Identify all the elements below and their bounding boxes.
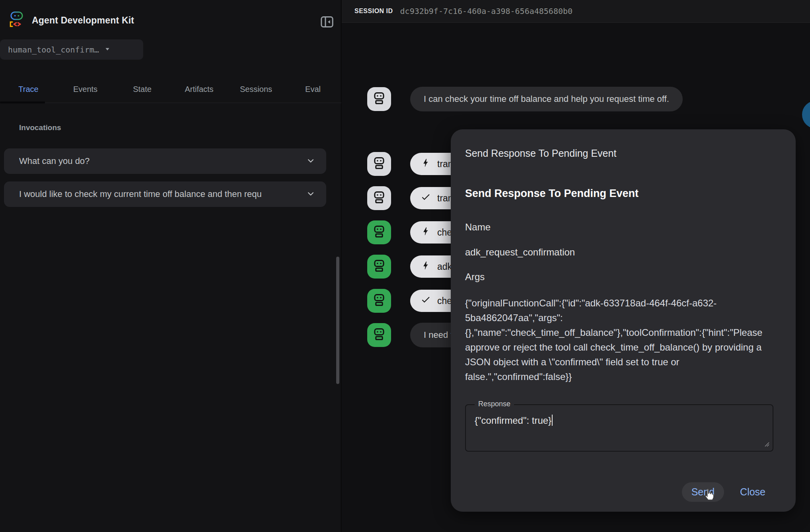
tool-call-label: che bbox=[437, 296, 452, 306]
agent-avatar bbox=[367, 220, 391, 244]
tab-sessions[interactable]: Sessions bbox=[228, 76, 284, 103]
response-field-label: Response bbox=[475, 400, 514, 408]
response-field: Response {"confirmed": true} bbox=[465, 404, 773, 452]
robot-icon bbox=[372, 156, 387, 172]
chat-message-row: I can check your time off balance and he… bbox=[367, 87, 810, 111]
tool-call-label: adk bbox=[437, 261, 452, 272]
name-value: adk_request_confirmation bbox=[465, 247, 575, 258]
page-title: Agent Development Kit bbox=[32, 15, 134, 26]
invocation-item[interactable]: What can you do? bbox=[4, 148, 326, 174]
sidebar-header: Agent Development Kit bbox=[0, 0, 341, 40]
text-caret bbox=[552, 415, 553, 426]
tab-state[interactable]: State bbox=[114, 76, 171, 103]
check-icon bbox=[421, 294, 431, 307]
invocation-text: What can you do? bbox=[19, 156, 300, 166]
tab-eval[interactable]: Eval bbox=[284, 76, 341, 103]
check-icon bbox=[421, 192, 431, 205]
robot-icon bbox=[372, 190, 387, 207]
agent-avatar bbox=[367, 323, 391, 347]
response-textarea[interactable]: {"confirmed": true} bbox=[475, 415, 761, 426]
pending-event-dialog: Send Response To Pending Event Send Resp… bbox=[451, 129, 796, 512]
agent-avatar bbox=[367, 186, 391, 210]
resize-handle-icon[interactable] bbox=[764, 441, 769, 448]
bolt-icon bbox=[421, 226, 431, 239]
name-label: Name bbox=[465, 222, 491, 233]
app-root: Agent Development Kit human_tool_confirm… bbox=[0, 0, 810, 532]
tool-call-label: che bbox=[437, 227, 452, 238]
sidebar: Agent Development Kit human_tool_confirm… bbox=[0, 0, 341, 532]
active-tab-indicator bbox=[0, 101, 45, 103]
message-text: I need t bbox=[424, 330, 453, 340]
agent-avatar bbox=[367, 152, 391, 176]
robot-icon bbox=[372, 224, 387, 241]
close-button[interactable]: Close bbox=[730, 482, 775, 502]
invocation-text: I would like to check my current time of… bbox=[19, 189, 300, 199]
session-id-bar: SESSION ID dc932b9f-7c16-460a-a398-656a4… bbox=[342, 0, 810, 23]
chevron-down-icon bbox=[300, 156, 316, 167]
tab-trace[interactable]: Trace bbox=[0, 76, 57, 103]
dialog-actions: Send Close bbox=[682, 482, 775, 502]
robot-icon bbox=[372, 91, 387, 107]
tab-artifacts[interactable]: Artifacts bbox=[171, 76, 228, 103]
dialog-title: Send Response To Pending Event bbox=[465, 148, 616, 159]
chevron-down-icon bbox=[300, 189, 316, 200]
robot-icon bbox=[372, 258, 387, 275]
args-label: Args bbox=[465, 271, 485, 283]
invocations-section-title: Invocations bbox=[19, 123, 61, 132]
agent-avatar bbox=[367, 255, 391, 279]
invocations-list: What can you do? I would like to check m… bbox=[4, 148, 326, 207]
collapse-panel-icon bbox=[319, 25, 335, 31]
session-id-value: dc932b9f-7c16-460a-a398-656a485680b0 bbox=[400, 6, 572, 16]
args-value: {"originalFunctionCall":{"id":"adk-63371… bbox=[465, 296, 780, 384]
bolt-icon bbox=[421, 158, 431, 170]
collapse-sidebar-button[interactable] bbox=[318, 14, 336, 31]
agent-select-value: human_tool_confirm… bbox=[8, 45, 99, 55]
robot-icon bbox=[372, 292, 387, 309]
robot-icon bbox=[372, 327, 387, 343]
send-button[interactable]: Send bbox=[682, 482, 724, 502]
agent-avatar bbox=[367, 87, 391, 111]
tab-events[interactable]: Events bbox=[57, 76, 114, 103]
message-text: I can check your time off balance and he… bbox=[424, 94, 669, 104]
dropdown-caret-icon bbox=[99, 45, 112, 55]
sidebar-scrollbar-thumb[interactable] bbox=[336, 257, 339, 384]
agent-select-dropdown[interactable]: human_tool_confirm… bbox=[0, 39, 143, 60]
invocation-item[interactable]: I would like to check my current time of… bbox=[4, 181, 326, 207]
dialog-subtitle: Send Response To Pending Event bbox=[465, 187, 639, 200]
session-id-label: SESSION ID bbox=[354, 8, 393, 15]
adk-robot-logo-icon bbox=[8, 10, 25, 30]
message-bubble: I can check your time off balance and he… bbox=[410, 87, 683, 111]
agent-avatar bbox=[367, 289, 391, 313]
bolt-icon bbox=[421, 260, 431, 273]
sidebar-tabs: TraceEventsStateArtifactsSessionsEval bbox=[0, 76, 341, 103]
